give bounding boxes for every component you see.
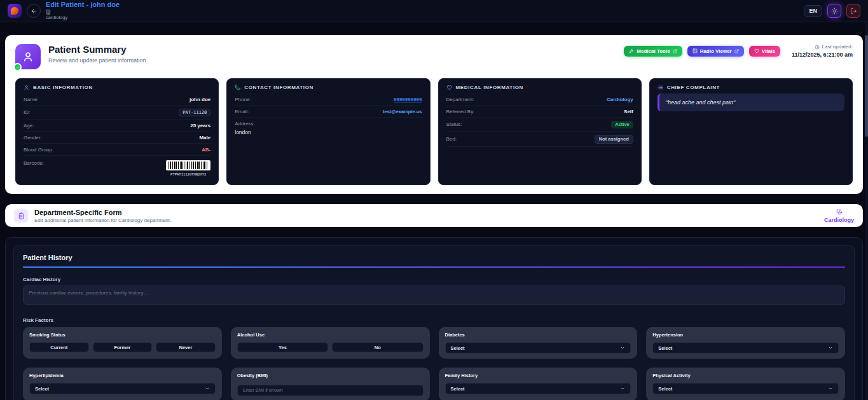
diabetes-select-value: Select bbox=[451, 345, 465, 351]
vitals-button[interactable]: Vitals bbox=[749, 46, 780, 57]
blood-group-value: AB- bbox=[202, 147, 210, 153]
app-logo-icon[interactable] bbox=[8, 4, 22, 18]
obesity-bmi-card: Obesity (BMI) bbox=[231, 368, 430, 400]
hyperlipidemia-select-value: Select bbox=[35, 386, 49, 392]
alcohol-use-label: Alcohol Use bbox=[237, 332, 424, 338]
smoking-never-button[interactable]: Never bbox=[156, 342, 216, 352]
basic-information-card: BASIC INFORMATION Name: john doe ID: PAT… bbox=[15, 78, 219, 185]
last-updated-value: 11/12/2025, 6:21:00 am bbox=[792, 52, 853, 58]
check-icon bbox=[16, 66, 20, 69]
scrollbar[interactable] bbox=[865, 22, 868, 400]
medical-tools-label: Medical Tools bbox=[637, 48, 670, 54]
hyperlipidemia-card: Hyperlipidemia Select bbox=[23, 368, 222, 400]
name-label: Name: bbox=[24, 97, 39, 102]
status-badge: Active bbox=[611, 121, 633, 128]
barcode-text: PTPAT11120THN2XY2 bbox=[170, 172, 206, 176]
medical-information-card: MEDICAL INFORMATION Department: Cardiolo… bbox=[438, 78, 642, 185]
obesity-bmi-label: Obesity (BMI) bbox=[237, 373, 424, 378]
email-link[interactable]: test@example.us bbox=[383, 109, 422, 114]
header-department: cardiology bbox=[46, 10, 120, 20]
phone-link[interactable]: 9999999999 bbox=[394, 97, 422, 102]
hyperlipidemia-select[interactable]: Select bbox=[29, 383, 216, 394]
id-label: ID: bbox=[24, 109, 30, 115]
hypertension-label: Hypertension bbox=[652, 332, 839, 338]
physical-activity-select-value: Select bbox=[658, 386, 672, 392]
hypertension-select[interactable]: Select bbox=[652, 342, 839, 354]
risk-factors-label: Risk Factors bbox=[23, 317, 845, 323]
bmi-input[interactable] bbox=[237, 385, 424, 396]
medical-info-title: MEDICAL INFORMATION bbox=[456, 85, 524, 90]
row-blood-group: Blood Group: AB- bbox=[24, 144, 210, 156]
department-link[interactable]: Cardiology bbox=[607, 97, 633, 102]
summary-title: Patient Summary bbox=[48, 44, 146, 55]
verified-badge bbox=[13, 63, 22, 71]
diabetes-card: Diabetes Select bbox=[439, 327, 638, 359]
age-label: Age: bbox=[24, 123, 34, 128]
contact-information-card: CONTACT INFORMATION Phone: 9999999999 Em… bbox=[226, 78, 430, 185]
chief-complaint-title: CHIEF COMPLAINT bbox=[667, 85, 720, 90]
row-address-label: Address: bbox=[235, 118, 422, 127]
header-title-block: Edit Patient - john doe cardiology bbox=[46, 1, 120, 20]
referred-by-value: Self bbox=[624, 109, 633, 114]
radio-viewer-button[interactable]: Radio Viewer bbox=[687, 46, 744, 57]
last-updated-label: Last updated: bbox=[822, 44, 853, 50]
language-button[interactable]: EN bbox=[804, 5, 822, 17]
arrow-left-icon bbox=[31, 8, 38, 15]
row-barcode: Barcode: PTPAT11120THN2XY2 bbox=[24, 156, 210, 176]
clock-icon bbox=[815, 45, 820, 50]
status-label: Status: bbox=[446, 121, 462, 127]
row-status: Status: Active bbox=[446, 118, 633, 132]
address-value: london bbox=[235, 129, 422, 135]
back-button[interactable] bbox=[27, 4, 41, 18]
chief-complaint-card: CHIEF COMPLAINT "head ache and chest pai… bbox=[649, 78, 853, 185]
patient-avatar bbox=[15, 44, 41, 69]
list-icon bbox=[658, 85, 663, 90]
logout-button[interactable] bbox=[846, 4, 860, 18]
diabetes-select[interactable]: Select bbox=[445, 342, 631, 354]
physical-activity-card: Physical Activity Select bbox=[646, 368, 845, 400]
summary-subtitle: Review and update patient information bbox=[48, 57, 146, 64]
stethoscope-icon bbox=[836, 209, 843, 216]
chevron-down-icon bbox=[620, 386, 625, 391]
gender-value: Male bbox=[199, 135, 210, 141]
clipboard-icon bbox=[14, 209, 28, 223]
header-department-label: cardiology bbox=[46, 15, 120, 20]
alcohol-yes-button[interactable]: Yes bbox=[237, 342, 328, 352]
row-name: Name: john doe bbox=[24, 93, 210, 106]
scrollbar-thumb[interactable] bbox=[865, 35, 868, 137]
hypertension-select-value: Select bbox=[658, 345, 672, 351]
patient-history-title: Patient History bbox=[23, 254, 845, 261]
barcode-image bbox=[166, 160, 210, 170]
phone-icon bbox=[235, 85, 240, 90]
page-title: Edit Patient - john doe bbox=[46, 1, 120, 8]
bed-badge: Not assigned bbox=[595, 135, 633, 144]
title-underline bbox=[23, 266, 845, 268]
department-label: Department: bbox=[446, 97, 474, 102]
department-form-subtitle: Edit additional patient information for … bbox=[34, 217, 171, 223]
alcohol-no-button[interactable]: No bbox=[332, 342, 423, 352]
hyperlipidemia-label: Hyperlipidemia bbox=[29, 373, 216, 378]
smoking-former-button[interactable]: Former bbox=[93, 342, 153, 352]
contact-info-title: CONTACT INFORMATION bbox=[244, 85, 313, 90]
blood-group-label: Blood Group: bbox=[24, 147, 53, 153]
heart-icon bbox=[754, 48, 759, 53]
name-value: john doe bbox=[189, 97, 210, 102]
basic-info-title: BASIC INFORMATION bbox=[33, 85, 93, 90]
family-history-select[interactable]: Select bbox=[445, 383, 631, 394]
summary-title-block: Patient Summary Review and update patien… bbox=[48, 44, 146, 64]
row-phone: Phone: 9999999999 bbox=[235, 93, 422, 106]
smoking-current-button[interactable]: Current bbox=[29, 342, 89, 352]
patient-summary-panel: Patient Summary Review and update patien… bbox=[5, 35, 863, 194]
cardiac-history-textarea[interactable] bbox=[23, 286, 845, 305]
external-link-icon bbox=[734, 49, 739, 53]
logout-icon bbox=[850, 8, 857, 15]
heart-pulse-icon bbox=[446, 85, 452, 90]
alcohol-use-card: Alcohol Use Yes No bbox=[231, 327, 430, 359]
row-age: Age: 25 years bbox=[24, 120, 210, 132]
medical-tools-button[interactable]: Medical Tools bbox=[624, 46, 682, 57]
user-icon bbox=[22, 51, 34, 62]
theme-toggle-button[interactable] bbox=[827, 4, 841, 18]
radio-viewer-label: Radio Viewer bbox=[700, 48, 732, 54]
gender-label: Gender: bbox=[24, 135, 42, 141]
physical-activity-select[interactable]: Select bbox=[652, 383, 839, 394]
